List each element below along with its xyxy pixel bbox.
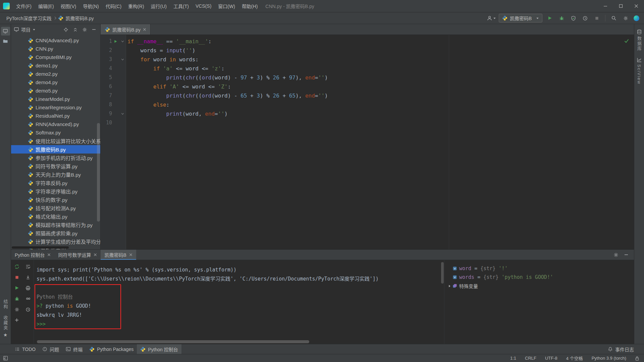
close-tab-icon[interactable] [47, 253, 51, 256]
project-file[interactable]: ComputeBMI.py [11, 53, 100, 61]
status-item[interactable]: 1:1 [510, 356, 516, 361]
soft-wrap-button[interactable] [24, 263, 32, 270]
inspections-ok-icon[interactable] [624, 38, 629, 44]
minimize-button[interactable] [598, 0, 613, 12]
special-variables-row[interactable]: 特殊变量 [444, 282, 634, 290]
expand-icon[interactable] [448, 285, 451, 288]
variable-row[interactable]: word = {str} '!' [444, 264, 634, 273]
locate-file-button[interactable] [62, 26, 69, 33]
project-file[interactable]: demo4.py [11, 78, 100, 86]
menu-item[interactable]: 文件(F) [13, 0, 35, 12]
menu-item[interactable]: 运行(U) [148, 0, 170, 12]
menu-item[interactable]: 编辑(E) [35, 0, 57, 12]
console-tab[interactable]: 同符号数学运算 [54, 250, 101, 260]
project-file[interactable]: 快乐的数字.py [11, 195, 100, 204]
toolwindow-button[interactable]: Python 控制台 [137, 344, 181, 354]
menu-item[interactable]: 工具(T) [170, 0, 192, 12]
debug-console-button[interactable] [13, 295, 20, 302]
project-file[interactable]: 字符串反码.py [11, 179, 100, 187]
run-line-icon[interactable] [114, 40, 117, 43]
hide-project-button[interactable] [90, 26, 98, 33]
close-tab-icon[interactable] [94, 253, 97, 256]
collapse-all-button[interactable] [71, 26, 79, 33]
maximize-button[interactable] [613, 0, 629, 12]
project-file[interactable]: LinearRegression.py [11, 103, 100, 112]
close-tab-icon[interactable] [129, 253, 132, 256]
project-file[interactable]: 字符串逆序输出.py [11, 187, 100, 195]
project-toolwindow-button[interactable] [1, 27, 10, 36]
console-prompt-toggle-button[interactable] [24, 295, 32, 302]
project-file[interactable]: Softmax.py [11, 128, 100, 137]
console-options-button[interactable] [612, 251, 620, 258]
fold-icon[interactable] [121, 112, 124, 116]
console-hscrollbar[interactable] [37, 340, 309, 343]
menu-item[interactable]: 代码(C) [102, 0, 125, 12]
hide-console-button[interactable] [623, 251, 630, 258]
variable-row[interactable]: words = {str} 'python is GOOD!' [444, 273, 634, 282]
sciview-toolwindow-button[interactable]: SciView [637, 57, 642, 84]
favorites-toolwindow-button[interactable]: 收藏夹 ★ [2, 315, 9, 338]
console-settings-button[interactable] [13, 306, 20, 313]
project-file[interactable]: 参加手机店的打折活动.py [11, 154, 100, 162]
menu-item[interactable]: 视图(V) [57, 0, 80, 12]
database-toolwindow-button[interactable]: 数据库 [636, 29, 642, 51]
status-item[interactable]: 4 个空格 [566, 355, 583, 361]
chevron-down-icon[interactable] [33, 28, 36, 31]
project-vscrollbar[interactable] [97, 123, 100, 222]
status-item[interactable]: Python 3.9 (torch) [592, 356, 626, 361]
settings-button[interactable] [621, 14, 630, 22]
project-file[interactable]: demo5.py [11, 86, 100, 95]
stop-console-button[interactable] [13, 274, 20, 281]
search-everywhere-button[interactable] [609, 14, 618, 22]
users-button[interactable] [487, 14, 496, 22]
project-file[interactable]: CNN.py [11, 45, 100, 53]
project-file[interactable]: demo2.py [11, 70, 100, 78]
project-file[interactable]: 同符号数学运算.py [11, 162, 100, 170]
project-file[interactable]: 括号配对检测A.py [11, 204, 100, 212]
toolwindow-switcher-icon[interactable] [3, 356, 8, 361]
run-config-select[interactable]: 凯撒密码B [499, 14, 542, 22]
project-file[interactable]: 计算学生成绩的分差及平均分 [11, 237, 100, 246]
console-tab[interactable]: Python 控制台 [11, 250, 54, 260]
project-file[interactable]: LinearModel.py [11, 95, 100, 103]
menu-item[interactable]: 帮助(H) [238, 0, 261, 12]
stop-button[interactable] [592, 14, 601, 22]
status-item[interactable]: UTF-8 [545, 356, 557, 361]
lock-icon[interactable] [635, 356, 639, 361]
structure-toolwindow-button[interactable]: 结构 [2, 299, 9, 309]
close-tab-icon[interactable] [143, 28, 146, 31]
editor-tab[interactable]: 凯撒密码B.py [101, 24, 151, 35]
menu-item[interactable]: 重构(R) [125, 0, 147, 12]
toolwindow-button[interactable]: Python Packages [86, 344, 137, 354]
menu-item[interactable]: 导航(N) [79, 0, 102, 12]
coverage-button[interactable] [569, 14, 578, 22]
menu-item[interactable]: 窗口(W) [215, 0, 238, 12]
toolwindow-button[interactable]: 终端 [62, 344, 86, 354]
profile-avatar[interactable] [634, 15, 639, 21]
debug-button[interactable] [557, 14, 566, 22]
project-file[interactable]: ResidualNet.py [11, 112, 100, 120]
project-file[interactable]: 照猫画虎求阶乘.py [11, 229, 100, 237]
status-item[interactable]: CRLF [525, 356, 536, 361]
project-file[interactable]: 天天向上的力量B.py [11, 170, 100, 179]
breadcrumb-item[interactable]: PyTorch深度学习实践 [5, 15, 53, 21]
console-tab[interactable]: 凯撒密码B [101, 250, 136, 260]
print-button[interactable] [24, 284, 32, 292]
event-log-button[interactable]: 事件日志 [608, 344, 634, 354]
code-editor[interactable]: 1if __name__ == '__main__':2 words = inp… [101, 35, 634, 249]
breadcrumb-item[interactable]: 凯撒密码B.py [65, 15, 95, 21]
toolwindow-button[interactable]: TODO [11, 344, 39, 354]
folder-toolwindow-button[interactable] [1, 37, 10, 46]
close-button[interactable] [629, 0, 644, 12]
console-vscrollbar[interactable] [441, 262, 444, 284]
fold-icon[interactable] [121, 40, 124, 43]
project-file[interactable]: 使用比较运算符比较大小关系 [11, 137, 100, 145]
project-hscrollbar[interactable] [12, 246, 69, 249]
new-console-button[interactable] [13, 316, 20, 324]
history-button[interactable] [24, 306, 32, 313]
toolwindow-button[interactable]: 问题 [39, 344, 62, 354]
scroll-to-end-button[interactable] [24, 274, 32, 281]
project-file[interactable]: 模拟超市抹零结账行为.py [11, 221, 100, 229]
project-file[interactable]: demo1.py [11, 61, 100, 70]
rerun-button[interactable] [13, 263, 20, 270]
